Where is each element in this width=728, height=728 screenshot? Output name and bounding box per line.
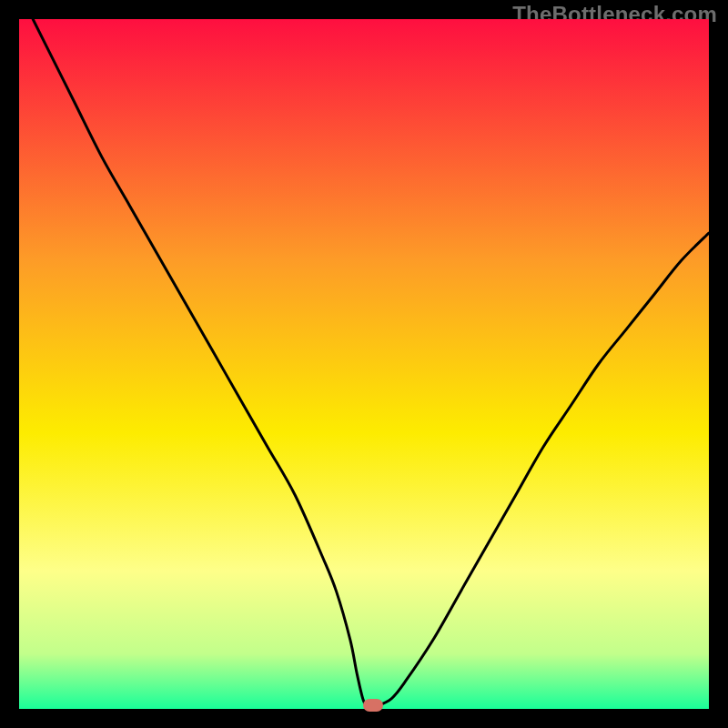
chart-stage: TheBottleneck.com [0,0,728,728]
optimal-marker [363,699,383,712]
gradient-background [19,19,709,709]
bottleneck-chart [19,19,709,709]
